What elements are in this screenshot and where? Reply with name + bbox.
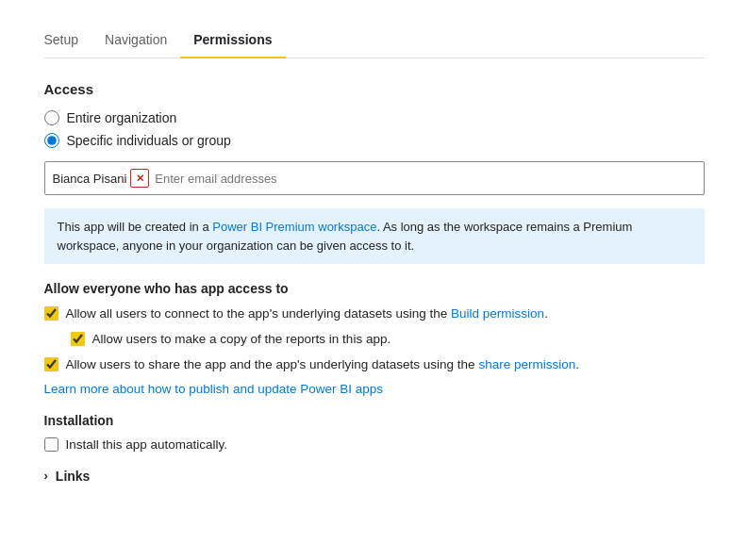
tab-setup[interactable]: Setup <box>44 25 92 58</box>
email-input-row: Bianca Pisani ✕ <box>44 161 705 195</box>
build-permission-link[interactable]: Build permission <box>451 306 544 321</box>
info-banner: This app will be created in a Power BI P… <box>44 208 705 264</box>
chevron-right-icon: › <box>44 469 48 483</box>
tab-permissions[interactable]: Permissions <box>180 25 285 58</box>
chip-remove-button[interactable]: ✕ <box>130 169 149 188</box>
info-text-before: This app will be created in a <box>58 220 213 234</box>
install-checkbox-row: Install this app automatically. <box>44 437 705 452</box>
chip-name: Bianca Pisani <box>53 172 127 186</box>
links-section[interactable]: › Links <box>44 469 705 484</box>
checkbox-build-permission: Allow all users to connect to the app's … <box>44 305 705 323</box>
radio-specific-individuals-label: Specific individuals or group <box>67 133 231 148</box>
allow-section-title: Allow everyone who has app access to <box>44 281 705 296</box>
checkbox-build-permission-input[interactable] <box>44 306 58 321</box>
page-container: Setup Navigation Permissions Access Enti… <box>25 9 723 502</box>
install-checkbox-label: Install this app automatically. <box>66 437 228 452</box>
learn-more-link[interactable]: Learn more about how to publish and upda… <box>44 382 705 396</box>
checkbox-copy-reports-label: Allow users to make a copy of the report… <box>92 331 391 349</box>
access-section-title: Access <box>44 81 705 97</box>
checkbox-share-permission-input[interactable] <box>44 357 58 371</box>
radio-specific-individuals[interactable]: Specific individuals or group <box>44 133 705 148</box>
checkbox-copy-reports-input[interactable] <box>71 332 85 346</box>
install-checkbox-input[interactable] <box>44 437 58 452</box>
installation-section-title: Installation <box>44 413 705 428</box>
premium-workspace-link[interactable]: Power BI Premium workspace <box>212 220 376 234</box>
links-section-label: Links <box>56 469 91 484</box>
checkbox-share-permission: Allow users to share the app and the app… <box>44 356 705 374</box>
email-chip-bianca: Bianca Pisani ✕ <box>53 169 150 188</box>
email-input[interactable] <box>155 172 695 186</box>
checkbox-build-permission-label: Allow all users to connect to the app's … <box>66 305 548 323</box>
radio-entire-org[interactable]: Entire organization <box>44 110 705 125</box>
share-permission-link[interactable]: share permission <box>478 357 575 371</box>
radio-entire-org-label: Entire organization <box>67 110 177 125</box>
checkbox-copy-reports: Allow users to make a copy of the report… <box>71 331 705 349</box>
tab-navigation[interactable]: Navigation <box>91 25 180 58</box>
access-radio-group: Entire organization Specific individuals… <box>44 110 705 148</box>
checkbox-share-permission-label: Allow users to share the app and the app… <box>66 356 579 374</box>
tabs-bar: Setup Navigation Permissions <box>44 25 705 58</box>
